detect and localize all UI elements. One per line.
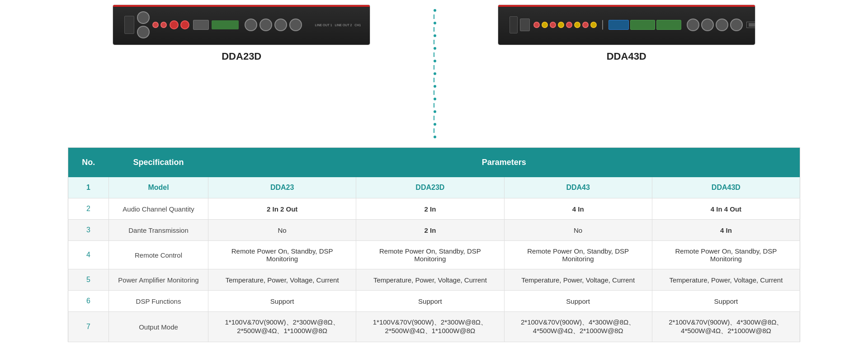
row-model-dda43d: DDA43D bbox=[652, 177, 800, 198]
row5-dda43: Temperature, Power, Voltage, Current bbox=[504, 269, 652, 291]
table-row-model: 1 Model DDA23 DDA23D DDA43 DDA43D bbox=[68, 177, 800, 198]
row7-dda43d: 2*100V&70V(900W)、4*300W@8Ω、4*500W@4Ω、2*1… bbox=[652, 312, 800, 342]
row5-dda43d: Temperature, Power, Voltage, Current bbox=[652, 269, 800, 291]
table-row-3: 3 Dante Transmission No 2 In No 4 In bbox=[68, 220, 800, 241]
row2-no: 2 bbox=[68, 198, 109, 220]
table-row-6: 6 DSP Functions Support Support Support … bbox=[68, 291, 800, 312]
spec-table: No. Specification Parameters 1 Model DDA… bbox=[68, 147, 800, 342]
row3-no: 3 bbox=[68, 220, 109, 241]
row6-dda43d: Support bbox=[652, 291, 800, 312]
table-row-5: 5 Power Amplifier Monitoring Temperature… bbox=[68, 269, 800, 291]
row4-dda43: Remote Power On, Standby, DSP Monitoring bbox=[504, 241, 652, 269]
row7-dda23: 1*100V&70V(900W)、2*300W@8Ω、2*500W@4Ω、1*1… bbox=[208, 312, 356, 342]
row-model-no: 1 bbox=[68, 177, 109, 198]
row3-spec: Dante Transmission bbox=[109, 220, 208, 241]
row6-spec: DSP Functions bbox=[109, 291, 208, 312]
row7-no: 7 bbox=[68, 312, 109, 342]
row5-spec: Power Amplifier Monitoring bbox=[109, 269, 208, 291]
product-block-dda23d: LINE OUT 1 LINE OUT 2 CH1 DDA23D bbox=[68, 5, 415, 62]
row4-dda23d: Remote Power On, Standby, DSP Monitoring bbox=[356, 241, 504, 269]
row3-dda43: No bbox=[504, 220, 652, 241]
table-row-2: 2 Audio Channel Quantity 2 In 2 Out 2 In… bbox=[68, 198, 800, 220]
row5-dda23: Temperature, Power, Voltage, Current bbox=[208, 269, 356, 291]
header-no: No. bbox=[68, 148, 109, 178]
row2-dda23d: 2 In bbox=[356, 198, 504, 220]
row7-dda43: 2*100V&70V(900W)、4*300W@8Ω、4*500W@4Ω、2*1… bbox=[504, 312, 652, 342]
row6-dda23: Support bbox=[208, 291, 356, 312]
spec-table-section: No. Specification Parameters 1 Model DDA… bbox=[0, 147, 868, 353]
product-image-dda23d: LINE OUT 1 LINE OUT 2 CH1 bbox=[113, 5, 370, 45]
table-row-4: 4 Remote Control Remote Power On, Standb… bbox=[68, 241, 800, 269]
row3-dda43d: 4 In bbox=[652, 220, 800, 241]
row-model-dda23: DDA23 bbox=[208, 177, 356, 198]
table-header-row: No. Specification Parameters bbox=[68, 148, 800, 178]
row-model-dda23d: DDA23D bbox=[356, 177, 504, 198]
divider bbox=[434, 5, 435, 138]
product-block-dda43d: DDA43D bbox=[453, 5, 801, 62]
row4-dda43d: Remote Power On, Standby, DSP Monitoring bbox=[652, 241, 800, 269]
header-specification: Specification bbox=[109, 148, 208, 178]
row6-dda23d: Support bbox=[356, 291, 504, 312]
row4-spec: Remote Control bbox=[109, 241, 208, 269]
row7-dda23d: 1*100V&70V(900W)、2*300W@8Ω、2*500W@4Ω、1*1… bbox=[356, 312, 504, 342]
row-model-dda43: DDA43 bbox=[504, 177, 652, 198]
row3-dda23d: 2 In bbox=[356, 220, 504, 241]
header-parameters: Parameters bbox=[208, 148, 800, 178]
row6-no: 6 bbox=[68, 291, 109, 312]
row4-no: 4 bbox=[68, 241, 109, 269]
product-title-dda23d: DDA23D bbox=[222, 51, 261, 62]
row5-no: 5 bbox=[68, 269, 109, 291]
row-model-spec: Model bbox=[109, 177, 208, 198]
row2-dda43: 4 In bbox=[504, 198, 652, 220]
row2-dda43d: 4 In 4 Out bbox=[652, 198, 800, 220]
product-image-dda43d bbox=[498, 5, 755, 45]
product-images-section: LINE OUT 1 LINE OUT 2 CH1 DDA23D bbox=[0, 0, 868, 147]
row4-dda23: Remote Power On, Standby, DSP Monitoring bbox=[208, 241, 356, 269]
product-title-dda43d: DDA43D bbox=[607, 51, 646, 62]
table-row-7: 7 Output Mode 1*100V&70V(900W)、2*300W@8Ω… bbox=[68, 312, 800, 342]
row7-spec: Output Mode bbox=[109, 312, 208, 342]
row2-dda23: 2 In 2 Out bbox=[208, 198, 356, 220]
row6-dda43: Support bbox=[504, 291, 652, 312]
row3-dda23: No bbox=[208, 220, 356, 241]
row2-spec: Audio Channel Quantity bbox=[109, 198, 208, 220]
row5-dda23d: Temperature, Power, Voltage, Current bbox=[356, 269, 504, 291]
